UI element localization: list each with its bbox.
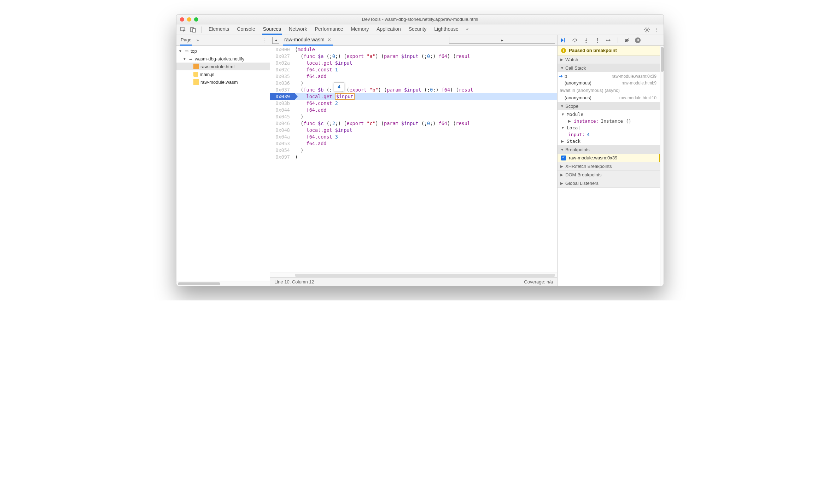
gutter-address[interactable]: 0x097 [270,154,295,160]
resume-script-icon[interactable] [560,37,567,43]
gutter-address[interactable]: 0x045 [270,113,295,120]
code-line[interactable]: 0x097) [270,154,557,160]
code-line[interactable]: 0x02a local.get $input [270,60,557,66]
gutter-address[interactable]: 0x027 [270,53,295,60]
svg-point-19 [606,40,607,41]
gutter-address[interactable]: 0x02c [270,66,295,73]
tree-top[interactable]: ▼ ▭ top [176,47,270,55]
code-line[interactable]: 0x048 local.get $input [270,127,557,134]
tree-file[interactable]: raw-module.html [176,63,270,70]
step-over-icon[interactable] [572,37,578,43]
scope-instance[interactable]: ▶instance: Instance {} [558,118,660,124]
tab-application[interactable]: Application [376,25,402,35]
gutter-address[interactable]: 0x039 [270,93,295,100]
scope-local[interactable]: ▼Local [558,124,660,131]
code-line[interactable]: 0x035 f64.add [270,73,557,80]
debugger-sections-wrap: i Paused on breakpoint ▶Watch ▼Call Stac… [558,46,664,286]
gutter-address[interactable]: 0x046 [270,120,295,127]
code-editor[interactable]: 0x000(module0x027 (func $a (;0;) (export… [270,46,557,272]
show-navigator-icon[interactable]: ◂ [272,37,279,44]
code-content: f64.const 1 [295,66,557,73]
tab-memory[interactable]: Memory [350,25,370,35]
watch-header[interactable]: ▶Watch [558,55,660,64]
gutter-address[interactable]: 0x000 [270,46,295,53]
gutter-address[interactable]: 0x036 [270,80,295,87]
tree-file[interactable]: main.js [176,70,270,78]
step-into-icon[interactable] [583,37,589,43]
global-listeners-header[interactable]: ▶Global Listeners [558,179,660,187]
breakpoint-checkbox[interactable] [561,156,566,160]
code-line[interactable]: 0x03b f64.const 2 [270,100,557,107]
tab-elements[interactable]: Elements [208,25,230,35]
navigator-options-icon[interactable]: ⋮ [262,38,266,43]
xhr-breakpoints-header[interactable]: ▶XHR/fetch Breakpoints [558,162,660,170]
scope-module[interactable]: ▼Module [558,111,660,118]
scope-header[interactable]: ▼Scope [558,102,660,110]
gutter-address[interactable]: 0x02a [270,60,295,66]
code-content: f64.add [295,140,557,147]
breakpoints-header[interactable]: ▼Breakpoints [558,146,660,154]
navigator-tab-page[interactable]: Page [180,35,192,46]
scope-stack[interactable]: ▶Stack [558,138,660,145]
tab-sources[interactable]: Sources [262,25,282,35]
code-line[interactable]: 0x044 f64.add [270,107,557,113]
tab-lighthouse[interactable]: Lighthouse [433,25,459,35]
code-line[interactable]: 0x046 (func $c (;2;) (export "c") (param… [270,120,557,127]
code-content: local.get $input [295,60,557,66]
gutter-address[interactable]: 0x04a [270,134,295,140]
tree-file[interactable]: raw-module.wasm [176,78,270,86]
code-line[interactable]: 0x036 ) [270,80,557,87]
async-separator: await in (anonymous) (async) [558,87,660,94]
vertical-scrollbar[interactable] [660,46,664,286]
code-line[interactable]: 0x045 ) [270,113,557,120]
step-icon[interactable] [606,37,612,43]
gutter-address[interactable]: 0x054 [270,147,295,154]
dom-breakpoints-header[interactable]: ▶DOM Breakpoints [558,171,660,179]
maximize-window-icon[interactable] [194,17,198,22]
tree-domain[interactable]: ▼ ☁ wasm-dbg-stories.netlify [176,55,270,63]
code-line[interactable]: 0x053 f64.add [270,140,557,147]
gutter-address[interactable]: 0x048 [270,127,295,134]
close-tab-icon[interactable]: ✕ [327,37,331,42]
more-tabs-icon[interactable]: » [466,25,469,35]
callstack-frame[interactable]: (anonymous)raw-module.html:10 [558,94,660,101]
tab-security[interactable]: Security [408,25,427,35]
tab-network[interactable]: Network [288,25,308,35]
show-debugger-icon[interactable]: ▸ [449,37,555,44]
kebab-menu-icon[interactable]: ⋮ [653,26,661,34]
code-line[interactable]: 0x039 local.get $input [270,93,557,100]
file-tab[interactable]: raw-module.wasm ✕ [283,35,333,46]
deactivate-breakpoints-icon[interactable] [624,37,630,43]
minimize-window-icon[interactable] [187,17,191,22]
code-line[interactable]: 0x04a f64.const 3 [270,134,557,140]
code-line[interactable]: 0x054 ) [270,147,557,154]
callstack-frame[interactable]: (anonymous)raw-module.html:9 [558,80,660,86]
cloud-icon: ☁ [188,56,193,61]
callstack-header[interactable]: ▼Call Stack [558,64,660,72]
breakpoint-item[interactable]: raw-module.wasm:0x39 [558,154,660,162]
watch-section: ▶Watch [558,55,660,64]
hover-variable[interactable]: $input [335,93,355,100]
code-line[interactable]: 0x037 (func $b (; ) (export "b") (param … [270,87,557,93]
settings-gear-icon[interactable] [643,26,651,34]
navigator-more-tabs-icon[interactable]: » [196,38,199,43]
code-line[interactable]: 0x027 (func $a (;0;) (export "a") (param… [270,53,557,60]
gutter-address[interactable]: 0x053 [270,140,295,147]
inspect-element-icon[interactable] [179,26,187,34]
close-window-icon[interactable] [180,17,184,22]
callstack-frame[interactable]: ➔braw-module.wasm:0x39 [558,73,660,80]
tab-performance[interactable]: Performance [314,25,344,35]
pause-on-exceptions-icon[interactable] [635,37,641,43]
gutter-address[interactable]: 0x035 [270,73,295,80]
editor-horizontal-scrollbar[interactable] [270,272,557,277]
gutter-address[interactable]: 0x044 [270,107,295,113]
tab-console[interactable]: Console [236,25,256,35]
device-toolbar-icon[interactable] [189,26,197,34]
file-tree[interactable]: ▼ ▭ top ▼ ☁ wasm-dbg-stories.netlify raw… [176,46,270,281]
code-line[interactable]: 0x000(module [270,46,557,53]
gutter-address[interactable]: 0x037 [270,87,295,93]
gutter-address[interactable]: 0x03b [270,100,295,107]
code-line[interactable]: 0x02c f64.const 1 [270,66,557,73]
horizontal-scrollbar[interactable] [176,281,270,286]
step-out-icon[interactable] [594,37,601,43]
